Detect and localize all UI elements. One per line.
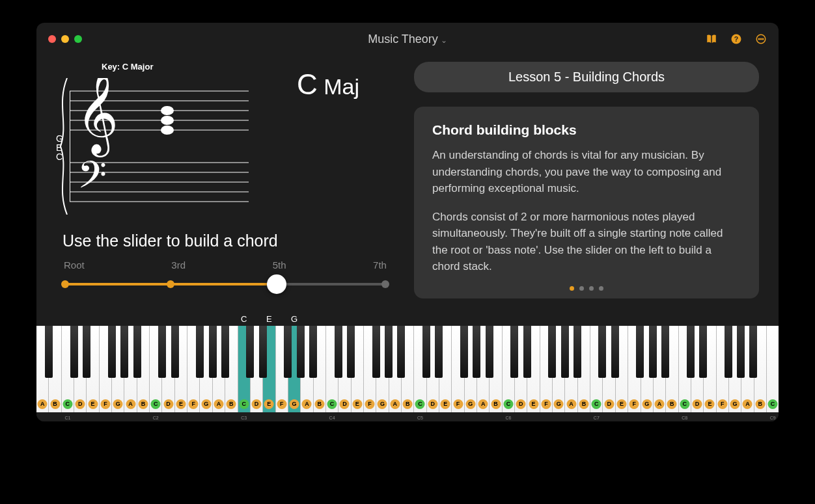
black-key[interactable] <box>309 326 317 378</box>
note-dot: F <box>629 399 639 409</box>
lesson-title-text: Lesson 5 - Building Chords <box>508 70 665 84</box>
chord-quality: Maj <box>318 74 359 99</box>
content-area: Key: C Major C Maj G E C <box>36 55 779 312</box>
note-dot: C <box>503 399 513 409</box>
page-dot[interactable] <box>599 286 603 291</box>
black-key[interactable] <box>473 326 480 378</box>
black-key[interactable] <box>246 326 254 378</box>
note-dot: A <box>566 399 576 409</box>
note-dot: F <box>453 399 463 409</box>
page-dot[interactable] <box>589 286 594 291</box>
note-dot: F <box>717 399 727 409</box>
black-key[interactable] <box>573 326 581 378</box>
black-key[interactable] <box>548 326 556 378</box>
black-key[interactable] <box>70 326 78 378</box>
note-dot: C <box>239 399 249 409</box>
lesson-paragraph: An understanding of chords is vital for … <box>432 147 741 197</box>
svg-point-20 <box>161 116 174 125</box>
piano-wrap: ABCC1DEFGABCC2DEFGABCC3DEFGABCC4DEFGABCC… <box>36 326 779 421</box>
black-key[interactable] <box>397 326 405 378</box>
note-dot: A <box>743 399 753 409</box>
black-key[interactable] <box>83 326 90 378</box>
black-key[interactable] <box>460 326 468 378</box>
chord-name: C Maj <box>297 68 359 101</box>
page-dot[interactable] <box>579 286 584 291</box>
maximize-button[interactable] <box>74 35 82 43</box>
octave-label: C5 <box>417 416 423 420</box>
black-key[interactable] <box>209 326 217 378</box>
note-dot: C <box>151 399 161 409</box>
black-key[interactable] <box>171 326 179 378</box>
black-key[interactable] <box>297 326 305 378</box>
note-dot: C <box>592 399 601 409</box>
black-key[interactable] <box>335 326 342 378</box>
black-key[interactable] <box>347 326 355 378</box>
note-dot: E <box>529 399 538 409</box>
black-key[interactable] <box>158 326 166 378</box>
black-key[interactable] <box>611 326 619 378</box>
black-key[interactable] <box>133 326 141 378</box>
black-key[interactable] <box>598 326 606 378</box>
slider-tick[interactable] <box>61 280 69 288</box>
note-dot: B <box>755 399 765 409</box>
note-dot: B <box>138 399 148 409</box>
lesson-heading: Chord building blocks <box>432 122 741 138</box>
note-dot: G <box>642 399 652 409</box>
black-key[interactable] <box>649 326 657 378</box>
note-dot: C <box>327 399 337 409</box>
help-icon[interactable]: ? <box>730 33 742 45</box>
slider-tick[interactable] <box>381 280 389 288</box>
book-icon[interactable] <box>706 33 717 45</box>
white-key[interactable]: CC9 <box>767 326 779 412</box>
note-dot: D <box>516 399 526 409</box>
title-dropdown[interactable]: Music Theory⌄ <box>36 33 779 46</box>
more-icon[interactable] <box>755 33 767 45</box>
chord-slider[interactable] <box>65 274 385 294</box>
black-key[interactable] <box>221 326 229 378</box>
note-dot: G <box>730 399 740 409</box>
black-key[interactable] <box>699 326 707 378</box>
lesson-title-pill[interactable]: Lesson 5 - Building Chords <box>414 62 759 92</box>
black-key[interactable] <box>422 326 430 378</box>
black-key[interactable] <box>561 326 569 378</box>
black-key[interactable] <box>45 326 53 378</box>
chord-root: C <box>297 68 318 100</box>
note-dot: C <box>768 399 778 409</box>
black-key[interactable] <box>510 326 518 378</box>
octave-label: C4 <box>329 416 335 420</box>
black-key[interactable] <box>636 326 644 378</box>
page-dot[interactable] <box>570 286 574 291</box>
note-dot: G <box>554 399 564 409</box>
note-dot: A <box>38 399 48 409</box>
black-key[interactable] <box>737 326 745 378</box>
black-key[interactable] <box>749 326 757 378</box>
close-button[interactable] <box>48 35 56 43</box>
slider-label: 7th <box>373 259 387 271</box>
slider-tick[interactable] <box>167 280 174 288</box>
note-dot: D <box>76 399 85 409</box>
black-key[interactable] <box>259 326 267 378</box>
black-key[interactable] <box>108 326 116 378</box>
black-key[interactable] <box>725 326 732 378</box>
black-key[interactable] <box>687 326 695 378</box>
black-key[interactable] <box>284 326 292 378</box>
note-dot: D <box>693 399 702 409</box>
black-key[interactable] <box>486 326 493 378</box>
note-dot: D <box>604 399 614 409</box>
octave-label: C3 <box>241 416 247 420</box>
black-key[interactable] <box>523 326 531 378</box>
black-key[interactable] <box>385 326 393 378</box>
note-dot: E <box>352 399 362 409</box>
chord-key-label: G <box>291 314 297 324</box>
page-indicator[interactable] <box>414 286 759 291</box>
black-key[interactable] <box>372 326 380 378</box>
black-key[interactable] <box>196 326 204 378</box>
black-key[interactable] <box>435 326 443 378</box>
black-key[interactable] <box>661 326 669 378</box>
octave-label: C8 <box>682 416 687 420</box>
slider-thumb[interactable] <box>267 274 286 294</box>
black-key[interactable] <box>120 326 128 378</box>
window-controls <box>48 35 82 43</box>
minimize-button[interactable] <box>61 35 69 43</box>
note-dot: C <box>415 399 425 409</box>
